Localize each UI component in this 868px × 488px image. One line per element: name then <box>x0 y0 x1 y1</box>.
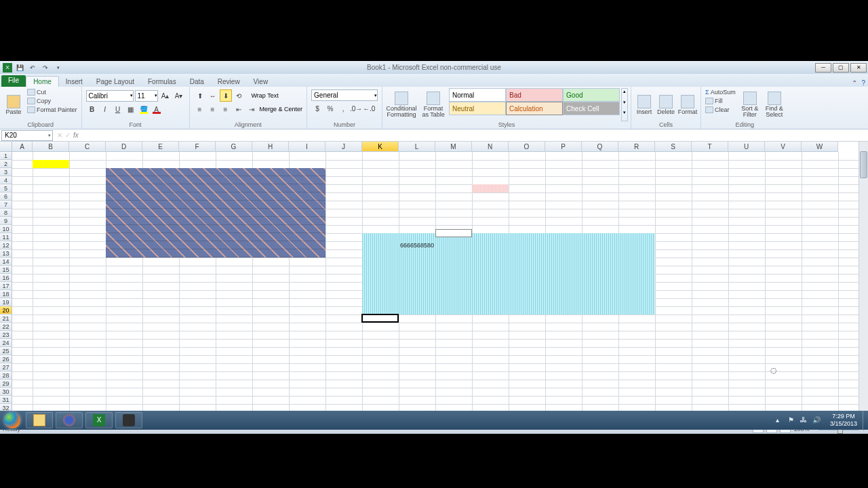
row-header-15[interactable]: 15 <box>0 266 12 274</box>
spreadsheet-grid[interactable]: ABCDEFGHIJKLMNOPQRSTUVW 1234567891011121… <box>0 142 868 413</box>
vertical-scrollbar[interactable] <box>859 142 868 413</box>
tab-page-layout[interactable]: Page Layout <box>90 77 141 87</box>
col-header-E[interactable]: E <box>142 142 179 152</box>
cancel-formula-icon[interactable]: ✕ <box>57 131 62 139</box>
shrink-font-icon[interactable]: A▾ <box>173 89 185 102</box>
paste-button[interactable]: Paste <box>3 88 24 121</box>
show-desktop-button[interactable] <box>863 411 868 430</box>
col-header-V[interactable]: V <box>765 142 802 152</box>
row-header-2[interactable]: 2 <box>0 160 12 168</box>
style-check-cell[interactable]: Check Cell <box>563 102 620 115</box>
col-header-K[interactable]: K <box>362 142 399 152</box>
row-header-31[interactable]: 31 <box>0 396 12 404</box>
active-cell[interactable] <box>361 314 399 323</box>
col-header-T[interactable]: T <box>692 142 728 152</box>
underline-button[interactable]: U <box>112 103 124 115</box>
start-button[interactable] <box>0 411 24 430</box>
name-box[interactable]: K20▾ <box>1 130 53 141</box>
style-bad[interactable]: Bad <box>506 88 563 102</box>
row-header-5[interactable]: 5 <box>0 184 12 192</box>
row-header-17[interactable]: 17 <box>0 282 12 290</box>
col-header-U[interactable]: U <box>728 142 765 152</box>
wrap-text-button[interactable]: Wrap Text <box>250 89 279 102</box>
sort-filter-button[interactable]: Sort & Filter <box>738 88 762 121</box>
row-header-23[interactable]: 23 <box>0 331 12 339</box>
task-explorer[interactable] <box>26 412 53 428</box>
align-left-icon[interactable]: ≡ <box>194 103 206 115</box>
increase-decimal-icon[interactable]: .0→ <box>350 102 362 115</box>
fill-color-button[interactable]: 🪣 <box>138 103 150 115</box>
row-header-27[interactable]: 27 <box>0 363 12 371</box>
row-header-24[interactable]: 24 <box>0 339 12 347</box>
bold-button[interactable]: B <box>86 103 98 115</box>
ribbon-minimize-icon[interactable]: ⌃ <box>852 79 857 87</box>
yellow-cell[interactable] <box>33 160 69 168</box>
tray-flag-icon[interactable]: ⚑ <box>788 416 796 424</box>
format-as-table-button[interactable]: Format as Table <box>419 88 448 121</box>
col-header-W[interactable]: W <box>802 142 838 152</box>
gradient-block[interactable] <box>106 168 326 258</box>
pink-block[interactable] <box>472 184 509 192</box>
grow-font-icon[interactable]: A▴ <box>159 89 172 102</box>
col-header-S[interactable]: S <box>655 142 692 152</box>
row-header-21[interactable]: 21 <box>0 314 12 323</box>
col-header-G[interactable]: G <box>216 142 252 152</box>
row-header-22[interactable]: 22 <box>0 323 12 331</box>
select-all-corner[interactable] <box>0 142 12 152</box>
orientation-icon[interactable]: ⟲ <box>233 89 245 102</box>
col-header-O[interactable]: O <box>509 142 545 152</box>
gallery-more-icon[interactable]: ▾ <box>622 110 627 121</box>
maximize-button[interactable]: ▢ <box>833 63 849 73</box>
row-header-13[interactable]: 13 <box>0 249 12 258</box>
row-header-25[interactable]: 25 <box>0 347 12 355</box>
tray-volume-icon[interactable]: 🔊 <box>812 416 821 424</box>
close-button[interactable]: ✕ <box>850 63 867 73</box>
tab-insert[interactable]: Insert <box>59 77 90 87</box>
col-header-A[interactable]: A <box>12 142 33 152</box>
row-header-9[interactable]: 9 <box>0 217 12 225</box>
increase-indent-icon[interactable]: ⇥ <box>245 103 258 115</box>
row-header-12[interactable]: 12 <box>0 241 12 249</box>
floating-outline[interactable] <box>435 229 472 237</box>
style-normal[interactable]: Normal <box>449 88 506 102</box>
row-headers[interactable]: 1234567891011121314151617181920212223242… <box>0 152 12 412</box>
align-top-icon[interactable]: ⬆ <box>194 89 206 102</box>
row-header-10[interactable]: 10 <box>0 225 12 233</box>
row-header-28[interactable]: 28 <box>0 371 12 380</box>
row-header-7[interactable]: 7 <box>0 201 12 209</box>
task-excel[interactable]: X <box>85 412 113 428</box>
enter-formula-icon[interactable]: ✓ <box>65 131 71 139</box>
col-header-H[interactable]: H <box>252 142 289 152</box>
row-header-30[interactable]: 30 <box>0 388 12 396</box>
tab-file[interactable]: File <box>1 75 26 87</box>
font-color-button[interactable]: A <box>151 103 163 115</box>
copy-button[interactable]: Copy <box>26 97 79 105</box>
comma-icon[interactable]: , <box>337 102 349 115</box>
row-header-6[interactable]: 6 <box>0 192 12 201</box>
decrease-decimal-icon[interactable]: ←.0 <box>363 102 375 115</box>
row-header-18[interactable]: 18 <box>0 290 12 298</box>
row-header-11[interactable]: 11 <box>0 233 12 241</box>
row-header-16[interactable]: 16 <box>0 274 12 282</box>
find-select-button[interactable]: Find & Select <box>763 88 786 121</box>
row-header-4[interactable]: 4 <box>0 176 12 184</box>
number-format-select[interactable]: General▾ <box>311 89 378 101</box>
task-app[interactable] <box>115 412 142 428</box>
style-calculation[interactable]: Calculation <box>506 102 563 115</box>
gallery-down-icon[interactable]: ▾ <box>622 100 627 110</box>
col-header-D[interactable]: D <box>106 142 142 152</box>
cells-area[interactable]: 6666568580 ◌ <box>12 152 859 413</box>
delete-button[interactable]: Delete <box>656 88 676 121</box>
row-header-29[interactable]: 29 <box>0 380 12 388</box>
align-bottom-icon[interactable]: ⬇ <box>220 89 232 102</box>
font-name-select[interactable]: Calibri▾ <box>86 90 134 102</box>
row-header-26[interactable]: 26 <box>0 355 12 363</box>
gallery-up-icon[interactable]: ▴ <box>622 89 627 100</box>
insert-button[interactable]: Insert <box>634 88 654 121</box>
col-header-R[interactable]: R <box>618 142 655 152</box>
col-header-N[interactable]: N <box>472 142 509 152</box>
row-header-14[interactable]: 14 <box>0 258 12 266</box>
tab-review[interactable]: Review <box>211 77 247 87</box>
col-header-M[interactable]: M <box>435 142 472 152</box>
format-button[interactable]: Format <box>677 88 698 121</box>
